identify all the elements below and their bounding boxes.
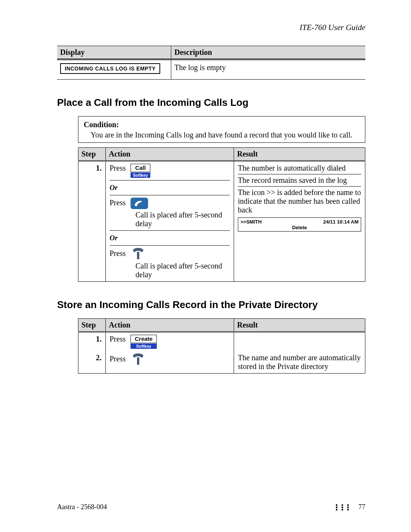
softkey-button-label: Call	[131, 164, 150, 172]
section-heading-2: Store an Incoming Calls Record in the Pr…	[57, 299, 365, 311]
softkey-button-label: Create	[131, 335, 157, 343]
result-line-1: The number is automatically dialed	[238, 164, 361, 174]
press-label: Press	[110, 249, 126, 257]
steps-table-2: Step Action Result 1. Press Create Softk…	[78, 318, 365, 374]
handset-icon	[131, 353, 147, 366]
record-display: >>SMITH 24/11 10:14 AM Delete	[238, 217, 361, 232]
section-heading-1: Place a Call from the Incoming Calls Log	[57, 97, 365, 109]
softkey-create: Create Softkey	[131, 335, 157, 349]
step-number: 1.	[78, 332, 106, 351]
description-cell: The log is empty	[171, 60, 365, 80]
page: ITE-760 User Guide Display Description I…	[0, 0, 411, 532]
record-name: >>SMITH	[241, 219, 262, 225]
press-label: Press	[110, 335, 126, 343]
softkey-sublabel: Softkey	[131, 173, 150, 178]
svg-rect-1	[137, 357, 139, 365]
or-label: Or	[110, 233, 230, 243]
lcd-display: INCOMING CALLS LOG IS EMPTY	[60, 63, 160, 74]
display-description-table: Display Description INCOMING CALLS LOG I…	[57, 46, 365, 80]
delay-text: Call is placed after 5-second delay	[110, 211, 230, 228]
press-label: Press	[110, 198, 126, 207]
record-delete-label: Delete	[241, 225, 358, 230]
col-step: Step	[78, 148, 106, 161]
footer-left: Aastra - 2568-004	[57, 503, 107, 511]
condition-box: Condition: You are in the Incoming Calls…	[78, 116, 365, 143]
dot-leader-icon: • • •• • •• • •	[336, 504, 350, 511]
action-cell: Press	[106, 351, 234, 374]
step-number: 2.	[78, 351, 106, 374]
col-action: Action	[106, 319, 234, 332]
col-result: Result	[234, 148, 365, 161]
record-time: 24/11 10:14 AM	[323, 219, 358, 225]
result-line-2: The record remains saved in the log	[238, 176, 361, 187]
step-number: 1.	[78, 161, 106, 282]
press-label: Press	[110, 164, 126, 172]
steps-table-1: Step Action Result 1. Press Call Softkey…	[78, 147, 365, 282]
softkey-sublabel: Softkey	[131, 343, 157, 349]
svg-rect-0	[137, 252, 139, 259]
action-cell: Press Create Softkey	[106, 332, 234, 351]
handset-icon	[131, 248, 147, 260]
display-cell: INCOMING CALLS LOG IS EMPTY	[57, 60, 171, 80]
result-line-3: The icon >> is added before the name to …	[238, 188, 361, 214]
softkey-call: Call Softkey	[131, 164, 150, 178]
press-label: Press	[110, 355, 126, 363]
call-key-icon	[131, 198, 148, 209]
col-action: Action	[106, 148, 234, 161]
condition-label: Condition:	[84, 120, 360, 129]
result-cell	[234, 332, 365, 351]
col-display: Display	[57, 46, 171, 59]
col-description: Description	[171, 46, 365, 59]
result-cell: The number is automatically dialed The r…	[234, 161, 365, 282]
col-step: Step	[78, 319, 106, 332]
footer-right: • • •• • •• • • 77	[336, 503, 365, 511]
page-number: 77	[358, 503, 365, 511]
col-result: Result	[234, 319, 365, 332]
page-footer: Aastra - 2568-004 • • •• • •• • • 77	[57, 503, 365, 511]
delay-text: Call is placed after 5-second delay	[110, 262, 230, 279]
or-label: Or	[110, 183, 230, 193]
condition-text: You are in the Incoming Calls log and ha…	[84, 131, 360, 139]
action-cell: Press Call Softkey Or Press Call is pla	[106, 161, 234, 282]
result-cell: The name and number are automatically st…	[234, 351, 365, 374]
doc-header: ITE-760 User Guide	[57, 23, 365, 32]
